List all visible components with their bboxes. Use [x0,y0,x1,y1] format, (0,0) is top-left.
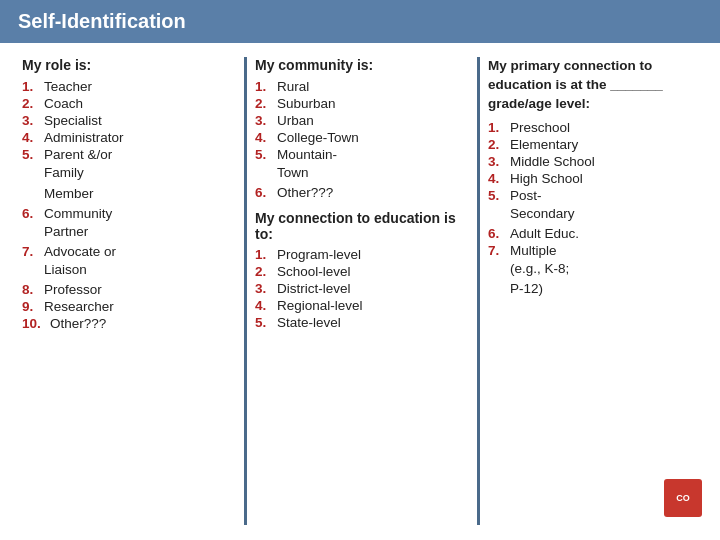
community-list: 1.Rural 2.Suburban 3.Urban 4.College-Tow… [255,79,469,200]
list-item: 5.Mountain- [255,147,469,162]
list-item: 3.Specialist [22,113,236,128]
col1-label: My role is: [22,57,236,73]
list-item: 5.State-level [255,315,469,330]
column-community: My community is: 1.Rural 2.Suburban 3.Ur… [247,57,480,525]
list-item-sub: Liaison [22,261,236,280]
connection-list: 1.Program-level 2.School-level 3.Distric… [255,247,469,330]
list-item-sub: Town [255,164,469,183]
list-item: 9.Researcher [22,299,236,314]
list-item-sub: Member [22,185,236,204]
col2-label: My community is: [255,57,469,73]
list-item: 7.Advocate or [22,244,236,259]
list-item: 3.Urban [255,113,469,128]
list-item: 10.Other??? [22,316,236,331]
list-item: 6.Adult Educ. [488,226,702,241]
grade-list: 1.Preschool 2.Elementary 3.Middle School… [488,120,702,300]
list-item: 4.High School [488,171,702,186]
list-item-sub: Family [22,164,236,183]
list-item: 5.Post- [488,188,702,203]
list-item: 7.Multiple [488,243,702,258]
list-item: 6.Community [22,206,236,221]
list-item: 4.Administrator [22,130,236,145]
co-logo: CO [664,479,702,517]
list-item: 1.Preschool [488,120,702,135]
list-item: 5.Parent &/or [22,147,236,162]
list-item-sub: P-12) [488,280,702,299]
list-item: 2.Elementary [488,137,702,152]
list-item-sub: (e.g., K-8; [488,260,702,279]
page-header: Self-Identification [0,0,720,43]
list-item: 2.Coach [22,96,236,111]
list-item: 4.College-Town [255,130,469,145]
list-item: 4.Regional-level [255,298,469,313]
list-item: 1.Program-level [255,247,469,262]
page-title: Self-Identification [18,10,186,32]
list-item: 3.Middle School [488,154,702,169]
column-role: My role is: 1.Teacher 2.Coach 3.Speciali… [14,57,247,525]
main-content: My role is: 1.Teacher 2.Coach 3.Speciali… [0,43,720,535]
list-item: 8.Professor [22,282,236,297]
list-item: 1.Teacher [22,79,236,94]
list-item: 3.District-level [255,281,469,296]
col3-intro: My primary connection to education is at… [488,57,702,114]
list-item: 2.School-level [255,264,469,279]
list-item: 1.Rural [255,79,469,94]
col2-section2-label: My connection to education is to: [255,210,469,242]
list-item-sub: Secondary [488,205,702,224]
column-grade: My primary connection to education is at… [480,57,710,525]
list-item: 6.Other??? [255,185,469,200]
list-item-sub: Partner [22,223,236,242]
logo-area: CO [664,479,702,517]
list-item: 2.Suburban [255,96,469,111]
role-list: 1.Teacher 2.Coach 3.Specialist 4.Adminis… [22,79,236,331]
